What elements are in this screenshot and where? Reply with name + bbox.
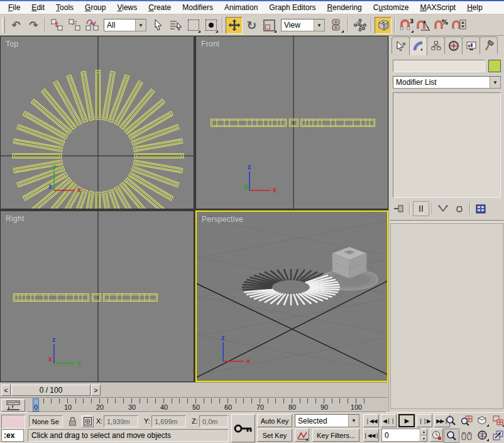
- select-by-name-button[interactable]: [167, 17, 184, 34]
- pin-stack-button[interactable]: [392, 202, 407, 216]
- reference-coordinate-dropdown[interactable]: View ▼: [281, 19, 325, 31]
- auto-key-button[interactable]: Auto Key: [257, 414, 292, 427]
- dropdown-arrow-icon[interactable]: ▼: [490, 77, 500, 88]
- arc-rotate-button[interactable]: [475, 429, 490, 442]
- menu-animation[interactable]: Animation: [219, 2, 263, 13]
- select-and-link-button[interactable]: [48, 17, 65, 34]
- tab-create[interactable]: [392, 36, 410, 54]
- frame-spinner[interactable]: ▲ ▼: [420, 429, 427, 442]
- show-end-result-button[interactable]: [413, 201, 429, 216]
- bind-to-space-warp-button[interactable]: [84, 17, 101, 34]
- next-frame-arrow-button[interactable]: >: [91, 385, 101, 396]
- menu-customize[interactable]: Customize: [368, 2, 415, 13]
- maxscript-listener-line[interactable]: :ex: [1, 429, 24, 442]
- viewport-front[interactable]: zxy Front: [195, 36, 388, 209]
- key-mode-dropdown[interactable]: Selected ▼: [295, 414, 359, 427]
- snaps-toggle-button[interactable]: 3: [398, 17, 415, 34]
- viewport-right[interactable]: zyx Right: [0, 211, 194, 382]
- undo-button[interactable]: ↶: [8, 17, 25, 34]
- use-pivot-point-center-button[interactable]: [328, 17, 345, 34]
- go-to-start-button[interactable]: ❘◀◀: [363, 414, 379, 427]
- zoom-extents-all-button[interactable]: [491, 414, 504, 427]
- tab-modify[interactable]: [409, 36, 427, 55]
- select-object-button[interactable]: [150, 17, 167, 34]
- y-coordinate-field[interactable]: 1,699m: [151, 415, 186, 427]
- region-zoom-button[interactable]: [444, 429, 459, 443]
- x-coordinate-field[interactable]: 1,939m: [104, 415, 138, 427]
- key-filters-button[interactable]: Key Filters...: [312, 429, 359, 442]
- previous-frame-arrow-button[interactable]: <: [1, 385, 11, 396]
- unlink-selection-button[interactable]: [66, 17, 83, 34]
- default-in-out-tangents-button[interactable]: [295, 429, 309, 442]
- remove-modifier-button[interactable]: [452, 202, 467, 216]
- zoom-extents-button[interactable]: [475, 414, 490, 427]
- tab-utilities[interactable]: [479, 36, 498, 54]
- angle-snap-toggle-button[interactable]: [415, 17, 432, 34]
- menu-help[interactable]: Help: [461, 2, 488, 13]
- tab-motion[interactable]: [444, 36, 463, 54]
- make-unique-button[interactable]: [436, 202, 451, 216]
- tab-hierarchy[interactable]: [427, 36, 445, 54]
- set-key-button[interactable]: Set Key: [257, 429, 292, 442]
- spinner-down-icon[interactable]: ▼: [420, 435, 427, 442]
- viewport-top[interactable]: yxz Top: [0, 36, 194, 209]
- play-button[interactable]: ▶: [398, 414, 415, 427]
- key-mode-toggle-button[interactable]: ❘◀◀❘: [363, 429, 379, 442]
- redo-button[interactable]: ↷: [25, 17, 42, 34]
- menu-modifiers[interactable]: Modifiers: [177, 2, 219, 13]
- select-and-scale-button[interactable]: [261, 17, 278, 34]
- dropdown-arrow-icon[interactable]: ▼: [348, 415, 359, 427]
- pan-button[interactable]: [459, 429, 474, 442]
- menu-edit[interactable]: Edit: [26, 2, 50, 13]
- zoom-all-button[interactable]: [459, 414, 474, 427]
- previous-frame-button[interactable]: ◀❘❘: [381, 414, 397, 427]
- current-frame-field[interactable]: 0: [381, 429, 420, 442]
- menu-views[interactable]: Views: [111, 2, 143, 13]
- menu-group[interactable]: Group: [79, 2, 111, 13]
- object-name-field[interactable]: [393, 60, 485, 72]
- menu-rendering[interactable]: Rendering: [321, 2, 367, 13]
- move-icon: [228, 19, 241, 31]
- rectangular-selection-region-button[interactable]: [185, 17, 202, 34]
- selection-filter-dropdown[interactable]: All ▼: [104, 19, 146, 31]
- time-slider-thumb[interactable]: 0 / 100: [11, 385, 90, 396]
- zoom-button[interactable]: [444, 414, 458, 427]
- menu-create[interactable]: Create: [143, 2, 177, 13]
- maxscript-macro-recorder-line[interactable]: [1, 415, 25, 429]
- absolute-offset-mode-toggle[interactable]: [82, 415, 94, 427]
- open-mini-curve-editor-button[interactable]: [1, 399, 25, 412]
- maximize-viewport-toggle[interactable]: [491, 429, 504, 442]
- dropdown-arrow-icon[interactable]: ▼: [135, 19, 146, 31]
- modifier-stack-list[interactable]: [393, 92, 501, 198]
- keyboard-shortcut-override-toggle[interactable]: [375, 17, 392, 34]
- viewport-perspective[interactable]: zxy Perspective: [195, 211, 388, 382]
- selection-lock-toggle[interactable]: [67, 415, 78, 427]
- percent-snap-toggle-button[interactable]: %: [433, 17, 450, 34]
- window-crossing-toggle-button[interactable]: [202, 17, 219, 34]
- viewport-right-label[interactable]: Right: [6, 214, 25, 223]
- menu-graph-editors[interactable]: Graph Editors: [263, 2, 321, 13]
- viewport-top-label[interactable]: Top: [6, 40, 18, 48]
- next-frame-button[interactable]: ❘❘▶: [417, 414, 432, 427]
- dropdown-arrow-icon[interactable]: ▼: [314, 19, 324, 31]
- viewport-perspective-label[interactable]: Perspective: [202, 215, 243, 224]
- z-coordinate-field[interactable]: 0,0m: [199, 415, 228, 427]
- select-and-move-button[interactable]: [226, 17, 243, 34]
- menu-tools[interactable]: Tools: [50, 2, 79, 13]
- menu-file[interactable]: File: [3, 2, 26, 13]
- track-bar-ruler[interactable]: 0102030405060708090100: [28, 398, 386, 412]
- spinner-snap-toggle-button[interactable]: [451, 17, 468, 34]
- toolbar-separator: [348, 18, 349, 33]
- viewport-front-label[interactable]: Front: [201, 40, 220, 48]
- select-and-rotate-button[interactable]: ↻: [243, 17, 260, 34]
- tab-display[interactable]: [462, 36, 480, 54]
- select-and-manipulate-button[interactable]: [351, 17, 368, 34]
- time-configuration-button[interactable]: [430, 429, 443, 442]
- object-color-swatch[interactable]: [488, 60, 501, 72]
- menu-maxscript[interactable]: MAXScript: [415, 2, 462, 13]
- spinner-up-icon[interactable]: ▲: [420, 429, 427, 435]
- modifier-list-dropdown[interactable]: Modifier List ▼: [393, 76, 501, 89]
- configure-modifier-sets-button[interactable]: [473, 202, 488, 216]
- toolbar-grip[interactable]: [2, 17, 5, 33]
- set-keys-button[interactable]: [231, 414, 255, 442]
